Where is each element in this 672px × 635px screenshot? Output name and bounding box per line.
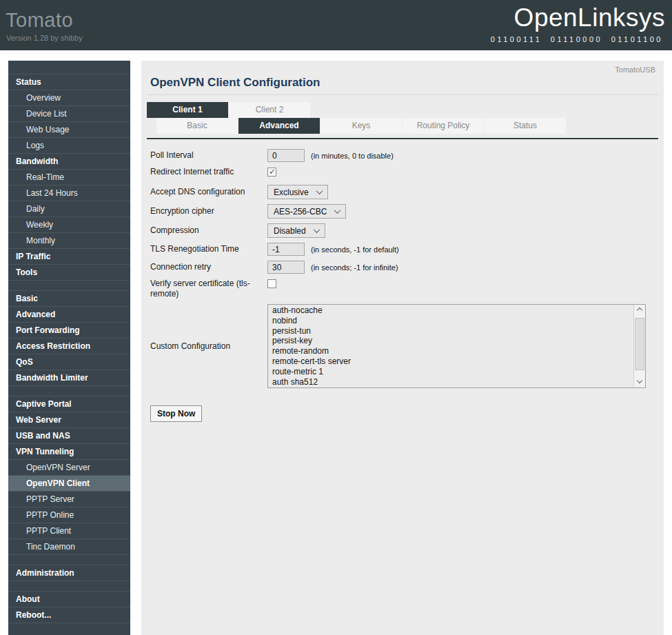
sidebar-nav: StatusOverviewDevice ListWeb UsageLogsBa… [8,61,130,635]
sidebar-item-bandwidth[interactable]: Bandwidth [8,153,130,169]
sidebar-item-vpn-tunneling[interactable]: VPN Tunneling [8,443,130,459]
form-row-compression: CompressionDisabled [150,223,664,238]
redirect-internet-traffic-checkbox[interactable] [267,168,276,177]
sidebar-item-label: Web Usage [26,125,69,134]
tab-status[interactable]: Status [485,118,566,134]
scroll-up-icon[interactable] [634,305,645,315]
sidebar-spacer [8,385,130,396]
form-row-connection-retry: Connection retry(in seconds; -1 for infi… [150,261,664,274]
sidebar-item-status[interactable]: Status [8,74,130,90]
sidebar-item-weekly[interactable]: Weekly [8,216,130,232]
sidebar-item-pptp-client[interactable]: PPTP Client [8,523,130,538]
sidebar-item-device-list[interactable]: Device List [8,105,130,121]
sidebar-item-captive-portal[interactable]: Captive Portal [8,396,130,412]
tab-routing-policy[interactable]: Routing Policy [403,118,484,134]
encryption-cipher-select[interactable]: AES-256-CBC [267,204,346,219]
sidebar-item-label: Monthly [26,236,55,245]
sidebar-item-label: PPTP Client [26,526,71,536]
scroll-thumb[interactable] [635,318,644,370]
tab-keys[interactable]: Keys [320,118,402,134]
sidebar-item-last-24-hours[interactable]: Last 24 Hours [8,185,130,201]
sidebar-item-label: Bandwidth [16,157,58,166]
sidebar-item-real-time[interactable]: Real-Time [8,169,130,185]
sidebar-item-label: Logs [26,141,44,150]
sidebar-item-about[interactable]: About [8,591,130,607]
tab-advanced[interactable]: Advanced [238,118,320,134]
sidebar-item-pptp-online[interactable]: PPTP Online [8,507,130,523]
form-row-accept-dns-configuration: Accept DNS configurationExclusive [150,185,664,199]
encryption-cipher-label: Encryption cipher [150,206,267,216]
verify-server-certificate-label: Verify server certificate (tls-remote) [150,279,267,299]
chevron-down-icon [313,226,320,233]
poll-interval-note: (in minutes, 0 to disable) [311,152,394,160]
sidebar-item-label: Advanced [16,310,55,319]
sidebar-item-label: PPTP Server [26,494,74,504]
sidebar-item-logs[interactable]: Logs [8,137,130,153]
sidebar-spacer [8,581,130,591]
sidebar-item-web-usage[interactable]: Web Usage [8,121,130,137]
chevron-down-glyph [637,378,642,383]
sidebar-item-label: IP Traffic [16,252,50,261]
encryption-cipher-selected-value: AES-256-CBC [274,207,327,216]
form-row-redirect-internet-traffic: Redirect Internet traffic [150,167,664,180]
sidebar-item-label: Overview [26,93,61,103]
title-divider [147,94,658,95]
config-form: Poll Interval(in minutes, 0 to disable)R… [141,139,664,388]
sidebar-item-ip-traffic[interactable]: IP Traffic [8,248,130,264]
connection-retry-input[interactable] [267,261,305,274]
sidebar-item-web-server[interactable]: Web Server [8,412,130,427]
sidebar-item-label: Weekly [26,220,53,230]
poll-interval-input[interactable] [267,149,305,162]
chevron-down-icon [334,207,341,214]
poll-interval-label: Poll Interval [150,150,267,161]
stop-now-button[interactable]: Stop Now [150,405,202,422]
sidebar-item-daily[interactable]: Daily [8,201,130,216]
tls-renegotiation-time-input[interactable] [267,243,305,256]
sidebar-item-openvpn-client[interactable]: OpenVPN Client [8,475,130,491]
sidebar-item-tinc-daemon[interactable]: Tinc Daemon [8,538,130,554]
sidebar-item-port-forwarding[interactable]: Port Forwarding [8,322,130,338]
scroll-down-icon[interactable] [634,377,645,387]
sidebar-item-label: Tinc Daemon [26,542,75,552]
sidebar-item-qos[interactable]: QoS [8,354,130,370]
connection-retry-note: (in seconds; -1 for infinite) [311,263,398,272]
sidebar-item-openvpn-server[interactable]: OpenVPN Server [8,459,130,475]
accept-dns-configuration-select[interactable]: Exclusive [267,185,328,199]
page-title: OpenVPN Client Configuration [150,76,664,90]
tls-renegotiation-time-note: (in seconds, -1 for default) [311,245,399,254]
textarea-scrollbar[interactable] [633,305,645,387]
sidebar-spacer [8,280,130,290]
tab-client-2[interactable]: Client 2 [229,102,310,118]
sidebar-bottom-divider [8,623,130,625]
sidebar-item-access-restriction[interactable]: Access Restriction [8,338,130,354]
sidebar-item-label: Captive Portal [16,399,72,409]
sidebar-item-label: Status [16,77,41,87]
sidebar-item-tools[interactable]: Tools [8,264,130,280]
sidebar-item-bandwidth-limiter[interactable]: Bandwidth Limiter [8,370,130,385]
compression-label: Compression [150,225,267,236]
accept-dns-configuration-selected-value: Exclusive [274,188,309,197]
sidebar-item-basic[interactable]: Basic [8,290,130,306]
custom-configuration-textarea[interactable]: auth-nocache nobind persist-tun persist-… [267,304,646,388]
sidebar-item-label: PPTP Online [26,510,74,520]
sidebar-item-label: Basic [16,294,38,303]
sidebar-item-label: VPN Tunneling [16,447,74,456]
sidebar-item-usb-and-nas[interactable]: USB and NAS [8,427,130,443]
sidebar-item-reboot[interactable]: Reboot... [8,607,130,623]
sidebar-item-administration[interactable]: Administration [8,565,130,581]
brand-version: Version 1.28 by shibby [6,34,83,42]
tab-client-1[interactable]: Client 1 [147,102,228,118]
verify-server-certificate-checkbox[interactable] [267,279,276,288]
sidebar-item-advanced[interactable]: Advanced [8,306,130,322]
sidebar-item-monthly[interactable]: Monthly [8,232,130,248]
sidebar-item-pptp-server[interactable]: PPTP Server [8,491,130,507]
tab-basic[interactable]: Basic [156,118,238,134]
redirect-internet-traffic-label: Redirect Internet traffic [150,167,267,177]
tomatousb-watermark: TomatoUSB [141,61,664,74]
compression-select[interactable]: Disabled [267,223,325,238]
custom-configuration-text: auth-nocache nobind persist-tun persist-… [272,305,645,388]
sidebar-item-label: Real-Time [26,172,64,182]
sidebar-item-label: Port Forwarding [16,325,80,335]
tls-renegotiation-time-label: TLS Renegotiation Time [150,244,267,254]
sidebar-item-overview[interactable]: Overview [8,90,130,105]
